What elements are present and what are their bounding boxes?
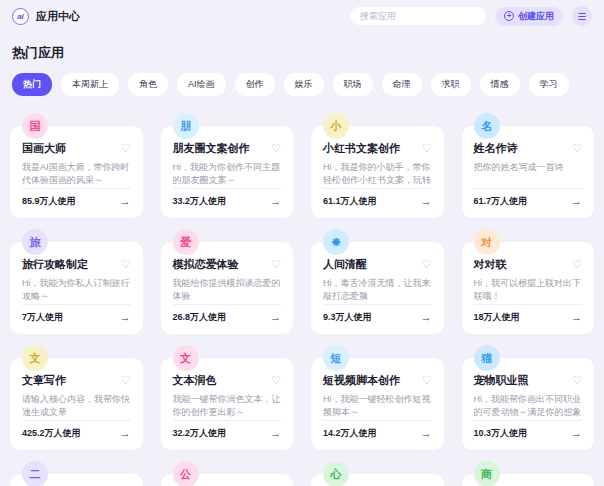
- card-footer: 425.2万人使用→: [22, 420, 131, 440]
- tab-category-2[interactable]: 角色: [128, 73, 168, 96]
- usage-count: 26.8万人使用: [173, 311, 227, 324]
- heart-favorite-icon[interactable]: ♡: [271, 143, 281, 154]
- top-bar: ai 应用中心 + 创建应用 ☰: [0, 0, 604, 30]
- app-title: 旅行攻略制定: [22, 257, 88, 272]
- search-input[interactable]: [350, 7, 486, 25]
- create-app-button[interactable]: + 创建应用: [495, 7, 563, 26]
- tab-category-1[interactable]: 本周新上: [61, 73, 119, 96]
- tab-category-8[interactable]: 求职: [431, 73, 471, 96]
- arrow-right-icon[interactable]: →: [421, 428, 432, 439]
- app-card[interactable]: 二二次元人物创作♡→: [10, 474, 143, 486]
- card-header: 文本润色♡: [173, 373, 282, 388]
- app-avatar-icon: ❋: [323, 229, 349, 255]
- heart-favorite-icon[interactable]: ♡: [121, 259, 131, 270]
- arrow-right-icon[interactable]: →: [421, 312, 432, 323]
- heart-favorite-icon[interactable]: ♡: [422, 375, 432, 386]
- heart-favorite-icon[interactable]: ♡: [121, 375, 131, 386]
- app-card[interactable]: 猫宠物职业照♡Hi，我能帮你画出不同职业的可爱动物～满足你的想象力！10.3万人…: [462, 358, 595, 450]
- arrow-right-icon[interactable]: →: [120, 196, 131, 207]
- app-card[interactable]: ❋人间清醒♡Hi，毒舌冷漠无情，让我来敲打恋爱脑9.3万人使用→: [311, 242, 444, 334]
- card-header: 旅行攻略制定♡: [22, 257, 131, 272]
- app-card[interactable]: 公公文小助手♡→: [161, 474, 294, 486]
- app-description: Hi，毒舌冷漠无情，让我来敲打恋爱脑: [323, 277, 432, 304]
- tab-category-10[interactable]: 学习: [529, 73, 569, 96]
- card-footer: 10.3万人使用→: [474, 420, 583, 440]
- page-title: 应用中心: [36, 9, 80, 24]
- app-card[interactable]: 对对对联♡Hi，我可以根据上联对出下联哦！18万人使用→: [462, 242, 595, 334]
- usage-count: 425.2万人使用: [22, 427, 81, 440]
- app-avatar-icon: 二: [22, 461, 48, 486]
- tab-category-9[interactable]: 情感: [480, 73, 520, 96]
- arrow-right-icon[interactable]: →: [120, 312, 131, 323]
- app-avatar-icon: 国: [22, 113, 48, 139]
- app-card[interactable]: 文文本润色♡我能一键帮你润色文本，让你的创作更出彩～32.2万人使用→: [161, 358, 294, 450]
- usage-count: 61.1万人使用: [323, 195, 377, 208]
- app-title: 短视频脚本创作: [323, 373, 400, 388]
- app-card[interactable]: 国国画大师♡我是AI国画大师，带你跨时代体验国画的风采～85.9万人使用→: [10, 126, 143, 218]
- usage-count: 10.3万人使用: [474, 427, 528, 440]
- app-title: 对对联: [474, 257, 507, 272]
- app-description: Hi，我能为你创作不同主题的朋友圈文案～: [173, 161, 282, 188]
- section-title: 热门应用: [12, 44, 604, 62]
- app-description: 我能一键帮你润色文本，让你的创作更出彩～: [173, 393, 282, 420]
- app-avatar-icon: 文: [173, 345, 199, 371]
- tab-category-6[interactable]: 职场: [333, 73, 373, 96]
- arrow-right-icon[interactable]: →: [571, 196, 582, 207]
- app-card[interactable]: 小小红书文案创作♡Hi，我是你的小助手，带你轻松创作小红书文案，玩转小红书社区～…: [311, 126, 444, 218]
- arrow-right-icon[interactable]: →: [120, 428, 131, 439]
- app-description: Hi，我可以根据上联对出下联哦！: [474, 277, 583, 304]
- arrow-right-icon[interactable]: →: [571, 312, 582, 323]
- app-avatar-icon: 旅: [22, 229, 48, 255]
- card-header: 文章写作♡: [22, 373, 131, 388]
- heart-favorite-icon[interactable]: ♡: [422, 259, 432, 270]
- hamburger-icon: ☰: [578, 11, 587, 22]
- arrow-right-icon[interactable]: →: [270, 428, 281, 439]
- app-description: 我是AI国画大师，带你跨时代体验国画的风采～: [22, 161, 131, 188]
- menu-button[interactable]: ☰: [572, 6, 592, 26]
- tab-category-3[interactable]: AI绘画: [177, 73, 226, 96]
- tab-category-0[interactable]: 热门: [12, 73, 52, 96]
- app-card[interactable]: 爱模拟恋爱体验♡我能给你提供模拟谈恋爱的体验26.8万人使用→: [161, 242, 294, 334]
- heart-favorite-icon[interactable]: ♡: [572, 375, 582, 386]
- arrow-right-icon[interactable]: →: [270, 312, 281, 323]
- app-avatar-icon: 朋: [173, 113, 199, 139]
- heart-favorite-icon[interactable]: ♡: [572, 143, 582, 154]
- app-avatar-icon: 文: [22, 345, 48, 371]
- topbar-actions: + 创建应用 ☰: [350, 6, 592, 26]
- tab-category-4[interactable]: 创作: [235, 73, 275, 96]
- heart-favorite-icon[interactable]: ♡: [271, 259, 281, 270]
- app-title: 文章写作: [22, 373, 66, 388]
- card-footer: 26.8万人使用→: [173, 304, 282, 324]
- arrow-right-icon[interactable]: →: [571, 428, 582, 439]
- heart-favorite-icon[interactable]: ♡: [121, 143, 131, 154]
- app-card[interactable]: 旅旅行攻略制定♡Hi，我能为你私人订制旅行攻略～7万人使用→: [10, 242, 143, 334]
- app-card[interactable]: 心心得体会♡→: [311, 474, 444, 486]
- category-tabs: 热门本周新上角色AI绘画创作娱乐职场命理求职情感学习: [12, 73, 592, 96]
- app-logo-icon: ai: [12, 8, 29, 25]
- arrow-right-icon[interactable]: →: [421, 196, 432, 207]
- card-header: 对对联♡: [474, 257, 583, 272]
- app-avatar-icon: 商: [474, 461, 500, 486]
- usage-count: 85.9万人使用: [22, 195, 76, 208]
- card-header: 短视频脚本创作♡: [323, 373, 432, 388]
- app-title: 人间清醒: [323, 257, 367, 272]
- app-description: Hi，我是你的小助手，带你轻松创作小红书文案，玩转小红书社区～: [323, 161, 432, 188]
- app-avatar-icon: 心: [323, 461, 349, 486]
- tab-category-5[interactable]: 娱乐: [284, 73, 324, 96]
- arrow-right-icon[interactable]: →: [270, 196, 281, 207]
- app-card[interactable]: 商商品促销文案♡→: [462, 474, 595, 486]
- tab-category-7[interactable]: 命理: [382, 73, 422, 96]
- app-card[interactable]: 名姓名作诗♡把你的姓名写成一首诗61.7万人使用→: [462, 126, 595, 218]
- heart-favorite-icon[interactable]: ♡: [572, 259, 582, 270]
- app-card[interactable]: 短短视频脚本创作♡Hi，我能一键轻松创作短视频脚本～14.2万人使用→: [311, 358, 444, 450]
- card-footer: 33.2万人使用→: [173, 188, 282, 208]
- card-footer: 14.2万人使用→: [323, 420, 432, 440]
- heart-favorite-icon[interactable]: ♡: [422, 143, 432, 154]
- card-footer: 32.2万人使用→: [173, 420, 282, 440]
- app-title: 文本润色: [173, 373, 217, 388]
- app-card[interactable]: 文文章写作♡请输入核心内容，我帮你快速生成文章425.2万人使用→: [10, 358, 143, 450]
- app-card[interactable]: 朋朋友圈文案创作♡Hi，我能为你创作不同主题的朋友圈文案～33.2万人使用→: [161, 126, 294, 218]
- heart-favorite-icon[interactable]: ♡: [271, 375, 281, 386]
- plus-circle-icon: +: [504, 11, 514, 21]
- card-header: 小红书文案创作♡: [323, 141, 432, 156]
